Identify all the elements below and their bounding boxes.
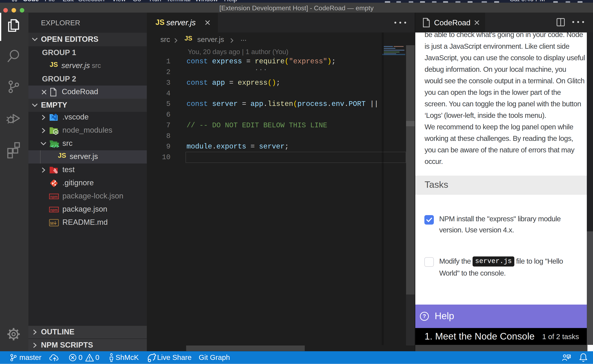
svg-text:JS: JS — [54, 130, 57, 134]
svg-text:npm: npm — [50, 208, 58, 212]
svg-text:</>: </> — [51, 144, 59, 149]
svg-text:M: M — [50, 221, 54, 226]
svg-text:?: ? — [423, 313, 426, 319]
svg-text:npm: npm — [50, 195, 58, 199]
